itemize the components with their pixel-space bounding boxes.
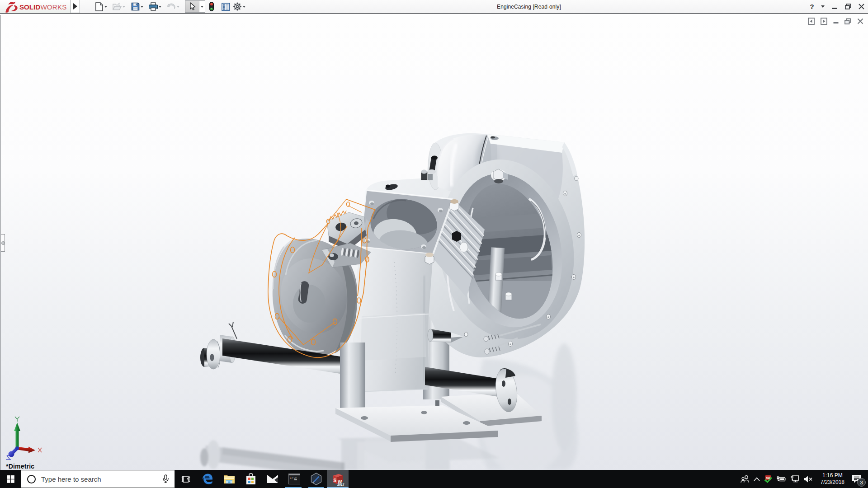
graphics-viewport[interactable]: *Dimetric [0, 15, 868, 470]
selection-filter-toggle-button[interactable] [207, 2, 216, 12]
taskbar-solidworks[interactable]: S W 2017 [327, 470, 349, 488]
taskbar-clock[interactable]: 1:16 PM 7/23/2018 [821, 472, 844, 486]
flyout-arrow-icon [73, 3, 77, 9]
action-center-button[interactable]: 3 [852, 474, 862, 483]
save-button[interactable] [131, 2, 140, 12]
toolbar-group [185, 0, 205, 13]
toolbar-group [221, 2, 230, 12]
mail-envelope-icon [267, 474, 278, 483]
help-dropdown[interactable] [818, 0, 828, 13]
new-document-button[interactable] [94, 2, 104, 12]
taskbar-design-app[interactable] [305, 470, 327, 488]
triad-z-axis [6, 448, 17, 460]
print-button[interactable] [149, 2, 158, 12]
select-tool-dropdown[interactable] [199, 1, 205, 12]
toolbar-group [167, 2, 180, 12]
folder-icon [223, 474, 235, 484]
restore-document-button[interactable] [844, 18, 851, 25]
edge-icon [202, 473, 213, 485]
close-document-icon [857, 18, 863, 24]
restore-button[interactable] [841, 0, 855, 13]
save-floppy-icon [131, 2, 140, 11]
feature-panel-collapsed-tab[interactable] [1, 234, 5, 252]
solidworks-logo-icon: SOLID WORKS [4, 0, 68, 13]
toolbar-flyout-button[interactable] [71, 0, 80, 13]
system-tray: SW 1:16 PM 7/23/2018 3 [739, 470, 868, 488]
taskbar-mail[interactable] [262, 470, 283, 488]
battery-plug-icon [776, 475, 786, 483]
clock-time: 1:16 PM [821, 472, 844, 479]
minimize-document-button[interactable] [833, 18, 839, 25]
chevron-up-icon [754, 477, 760, 481]
minimize-icon [832, 4, 837, 9]
taskbar-edge[interactable] [197, 470, 218, 488]
notification-badge: 3 [857, 478, 866, 487]
toolbar-group [94, 2, 108, 12]
solidworks-logo[interactable]: SOLID WORKS [0, 0, 71, 13]
gear-icon [233, 2, 242, 11]
save-dropdown[interactable] [140, 2, 144, 11]
microphone-icon[interactable] [162, 474, 169, 483]
cursor-arrow-icon [189, 2, 196, 11]
network-icon[interactable] [790, 475, 799, 483]
select-tool-button[interactable] [185, 0, 205, 13]
engine-block[interactable] [351, 133, 586, 392]
sw-check-icon: SW [764, 475, 772, 483]
hexagon-app-icon [310, 473, 322, 485]
windows-taskbar: Type here to search C:\> [0, 470, 868, 488]
traffic-light-icon [209, 2, 214, 11]
task-view-button[interactable] [175, 470, 197, 488]
power-status-icon[interactable] [776, 475, 786, 483]
cmd-prompt-text: C:\> [290, 477, 297, 480]
printer-icon [149, 2, 158, 11]
close-button[interactable] [855, 0, 868, 13]
solidworks-resource-monitor-icon[interactable]: SW [764, 475, 772, 483]
document-window-controls [808, 18, 863, 25]
brand-light: WORKS [40, 3, 66, 11]
taskbar-file-explorer[interactable] [218, 470, 240, 488]
network-monitor-icon [790, 475, 799, 483]
close-document-button[interactable] [857, 18, 863, 24]
quick-access-toolbar [94, 0, 251, 13]
previous-document-button[interactable] [808, 18, 815, 25]
taskbar-search[interactable]: Type here to search [21, 470, 175, 488]
print-dropdown[interactable] [158, 2, 162, 11]
taskbar-spacer [349, 470, 739, 488]
window-title: EngineCasing [Read-only] [244, 0, 814, 13]
previous-document-icon [808, 18, 815, 25]
task-pane-list-icon [222, 3, 230, 11]
open-dropdown[interactable] [122, 2, 126, 11]
new-document-dropdown[interactable] [104, 2, 108, 11]
show-hidden-icons-chevron[interactable] [754, 477, 760, 481]
restore-icon [845, 4, 851, 9]
taskbar-store[interactable] [240, 470, 262, 488]
select-cursor-icon [185, 1, 199, 12]
minimize-button[interactable] [828, 0, 841, 13]
windows-logo-icon [7, 475, 14, 483]
triad-x-axis [17, 447, 42, 453]
sw-front-letter: S [334, 478, 337, 483]
taskbar-command-prompt[interactable]: C:\> [283, 470, 305, 488]
help-button[interactable]: ? [806, 0, 818, 13]
minimize-document-icon [833, 18, 839, 25]
next-document-button[interactable] [821, 18, 827, 25]
open-button[interactable] [113, 2, 122, 12]
triad-y-axis [14, 417, 20, 448]
undo-dropdown[interactable] [176, 2, 180, 11]
brand-bold: SOLID [19, 3, 40, 11]
title-bar: SOLID WORKS [0, 0, 868, 14]
task-pane-list-button[interactable] [221, 2, 230, 12]
toolbar-group [149, 2, 162, 12]
search-placeholder: Type here to search [41, 475, 162, 483]
speaker-muted-icon [803, 475, 813, 483]
close-icon [859, 4, 864, 9]
start-button[interactable] [0, 470, 21, 488]
people-icon[interactable] [741, 475, 750, 483]
solidworks-cube-icon: S W 2017 [331, 472, 344, 486]
toolbar-group [113, 2, 126, 12]
options-gear-button[interactable] [233, 2, 242, 12]
volume-muted-icon[interactable] [803, 475, 813, 483]
window-controls: ? [806, 0, 868, 13]
undo-button[interactable] [167, 2, 176, 12]
engine-casing-model[interactable] [0, 15, 868, 470]
